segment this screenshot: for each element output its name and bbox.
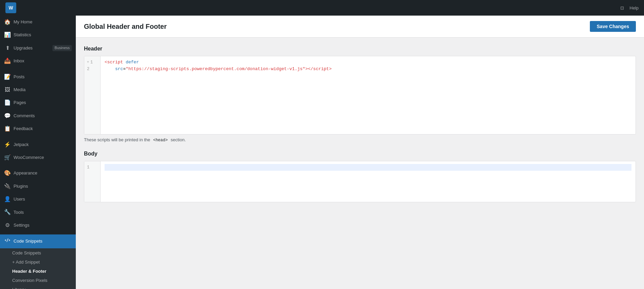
responsive-view-icon[interactable]: ⊡ [620, 5, 624, 11]
header-code-editor-container: ▼ 1 2 <script defer src="https://staging… [84, 56, 636, 135]
body-line-numbers: 1 [84, 161, 101, 202]
line-num-1: ▼ 1 [84, 59, 100, 66]
sidebar-item-my-home[interactable]: 🏠 My Home [0, 16, 76, 28]
header-section-title: Header [84, 46, 636, 52]
body-code-lines[interactable] [101, 161, 636, 202]
inbox-icon: 📥 [4, 57, 11, 65]
sidebar-item-inbox[interactable]: 📥 Inbox [0, 55, 76, 67]
sidebar-item-media[interactable]: 🖼 Media [0, 83, 76, 96]
line-num-2: 2 [84, 66, 100, 73]
sidebar-item-appearance[interactable]: 🎨 Appearance [0, 167, 76, 180]
jetpack-icon: ⚡ [4, 141, 11, 148]
sidebar-item-plugins[interactable]: 🔌 Plugins [0, 180, 76, 193]
admin-topbar: W ⊡ Help [0, 0, 644, 16]
topbar-actions: ⊡ Help [620, 5, 639, 11]
page-title: Global Header and Footer [84, 23, 166, 30]
sidebar-item-settings[interactable]: ⚙ Settings [0, 219, 76, 232]
sidebar: 🏠 My Home 📊 Statistics ⬆ Upgrades Busine… [0, 16, 76, 289]
header-code-editor[interactable]: ▼ 1 2 <script defer src="https://staging… [84, 56, 636, 134]
sidebar-item-statistics[interactable]: 📊 Statistics [0, 28, 76, 41]
fold-arrow-1: ▼ [87, 59, 89, 66]
header-line-numbers: ▼ 1 2 [84, 56, 101, 134]
users-icon: 👤 [4, 195, 11, 203]
code-snippets-submenu: Code Snippets + Add Snippet Header & Foo… [0, 248, 76, 289]
statistics-icon: 📊 [4, 31, 11, 39]
appearance-icon: 🎨 [4, 169, 11, 177]
home-icon: 🏠 [4, 18, 11, 26]
body-code-section: Body 1 [84, 151, 636, 202]
submenu-code-snippets[interactable]: Code Snippets [0, 248, 76, 257]
submenu-conversion-pixels[interactable]: Conversion Pixels [0, 276, 76, 285]
head-tag-code: <head> [151, 138, 169, 143]
code-line-1: <script defer [105, 59, 631, 66]
body-code-editor[interactable]: 1 [84, 161, 636, 202]
body-code-editor-container: 1 [84, 161, 636, 202]
upgrades-badge: Business [52, 45, 72, 51]
submenu-library[interactable]: Library [0, 285, 76, 289]
body-line-num-1: 1 [84, 164, 100, 171]
sidebar-item-comments[interactable]: 💬 Comments [0, 109, 76, 122]
page-header: Global Header and Footer Save Changes [76, 16, 644, 38]
plugins-icon: 🔌 [4, 183, 11, 190]
help-link[interactable]: Help [629, 5, 639, 11]
sidebar-item-upgrades[interactable]: ⬆ Upgrades Business [0, 42, 76, 55]
sidebar-item-woocommerce[interactable]: 🛒 WooCommerce [0, 151, 76, 164]
feedback-icon: 📋 [4, 125, 11, 132]
tools-icon: 🔧 [4, 208, 11, 216]
body-section-title: Body [84, 151, 636, 157]
media-icon: 🖼 [4, 86, 11, 94]
submenu-add-snippet[interactable]: + Add Snippet [0, 257, 76, 267]
wp-logo-area: W [5, 2, 16, 13]
sidebar-item-posts[interactable]: 📝 Posts [0, 70, 76, 83]
upgrades-icon: ⬆ [4, 44, 11, 52]
sidebar-item-jetpack[interactable]: ⚡ Jetpack [0, 138, 76, 151]
code-snippets-icon [4, 237, 11, 245]
settings-icon: ⚙ [4, 222, 11, 229]
comments-icon: 💬 [4, 112, 11, 120]
sidebar-item-feedback[interactable]: 📋 Feedback [0, 122, 76, 135]
header-editor-note: These scripts will be printed in the <he… [84, 137, 636, 143]
sidebar-item-code-snippets[interactable]: Code Snippets [0, 234, 76, 248]
pages-icon: 📄 [4, 99, 11, 106]
content-area: Header ▼ 1 2 <script defer s [76, 38, 644, 289]
header-code-section: Header ▼ 1 2 <script defer s [84, 46, 636, 143]
wp-logo-icon: W [5, 2, 16, 13]
sidebar-item-pages[interactable]: 📄 Pages [0, 96, 76, 109]
body-code-line-1 [105, 164, 631, 171]
sidebar-item-users[interactable]: 👤 Users [0, 193, 76, 206]
posts-icon: 📝 [4, 73, 11, 81]
woocommerce-icon: 🛒 [4, 154, 11, 161]
main-content: Global Header and Footer Save Changes He… [76, 16, 644, 289]
header-code-lines[interactable]: <script defer src="https://staging-scrip… [101, 56, 636, 134]
save-changes-button[interactable]: Save Changes [590, 21, 636, 32]
sidebar-item-tools[interactable]: 🔧 Tools [0, 206, 76, 219]
submenu-header-footer[interactable]: Header & Footer [0, 267, 76, 276]
code-line-2: src="https://staging-scripts.poweredbype… [105, 66, 631, 73]
